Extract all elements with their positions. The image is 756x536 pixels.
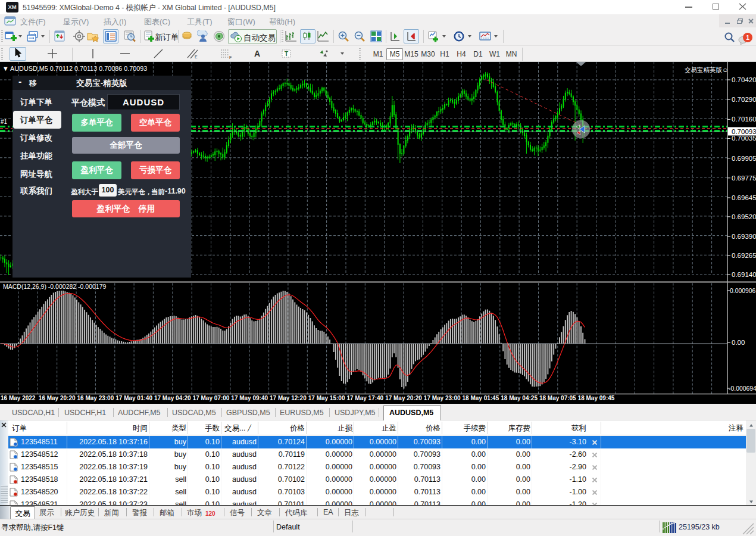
svg-text:0.69775: 0.69775: [732, 174, 756, 182]
svg-text:MACD(12,26,9) -0.000282 -0.000: MACD(12,26,9) -0.000282 -0.000179: [3, 283, 107, 290]
svg-text:18 May 04:25: 18 May 04:25: [501, 395, 538, 401]
svg-text:1: 1: [746, 34, 749, 41]
svg-text:F: F: [229, 55, 232, 59]
svg-text:0.69140: 0.69140: [732, 271, 756, 278]
svg-text:16 May 23:00: 16 May 23:00: [77, 395, 114, 401]
svg-text:17 May 04:20: 17 May 04:20: [154, 395, 191, 401]
svg-text:E: E: [195, 55, 198, 59]
svg-text:18 May 01:45: 18 May 01:45: [463, 395, 499, 401]
svg-text:17 May 23:00: 17 May 23:00: [424, 395, 461, 401]
svg-text:16 May 20:20: 16 May 20:20: [39, 395, 76, 401]
svg-text:交易宝精英版☺: 交易宝精英版☺: [685, 66, 729, 73]
svg-text:T: T: [285, 51, 288, 57]
svg-text:18 May 07:05: 18 May 07:05: [539, 395, 576, 401]
svg-text:0.000906: 0.000906: [730, 288, 756, 294]
svg-text:0.70290: 0.70290: [732, 96, 756, 103]
svg-text:17 May 01:40: 17 May 01:40: [115, 395, 152, 401]
svg-text:17 May 20:20: 17 May 20:20: [385, 395, 422, 401]
svg-text:17 May 17:40: 17 May 17:40: [346, 395, 383, 401]
svg-text:0.69905: 0.69905: [732, 155, 756, 162]
svg-text:17 May 09:40: 17 May 09:40: [231, 395, 268, 401]
svg-text:#1: #1: [1, 119, 8, 125]
svg-text:0.69265: 0.69265: [732, 252, 756, 259]
svg-text:17 May 12:20: 17 May 12:20: [270, 395, 307, 401]
svg-text:18 May 09:45: 18 May 09:45: [578, 395, 615, 401]
svg-text:▼ AUDUSD,M5 0.70112 0.70113 0: ▼ AUDUSD,M5 0.70112 0.70113 0.70086 0.70…: [2, 65, 147, 72]
svg-text:0.70420: 0.70420: [732, 76, 756, 83]
svg-text:0.00: 0.00: [732, 339, 745, 346]
svg-text:0.70160: 0.70160: [732, 116, 756, 123]
svg-text:17 May 15:00: 17 May 15:00: [308, 395, 345, 401]
svg-text:0.70035: 0.70035: [732, 135, 756, 142]
svg-text:16 May 2022: 16 May 2022: [1, 395, 36, 401]
svg-text:0.69520: 0.69520: [732, 213, 756, 220]
svg-text:0.69645: 0.69645: [732, 194, 756, 201]
svg-text:0.70093: 0.70093: [732, 128, 756, 135]
svg-text:-0.000694: -0.000694: [729, 385, 756, 392]
svg-text:0.69390: 0.69390: [732, 233, 756, 240]
svg-text:17 May 07:00: 17 May 07:00: [193, 395, 230, 401]
